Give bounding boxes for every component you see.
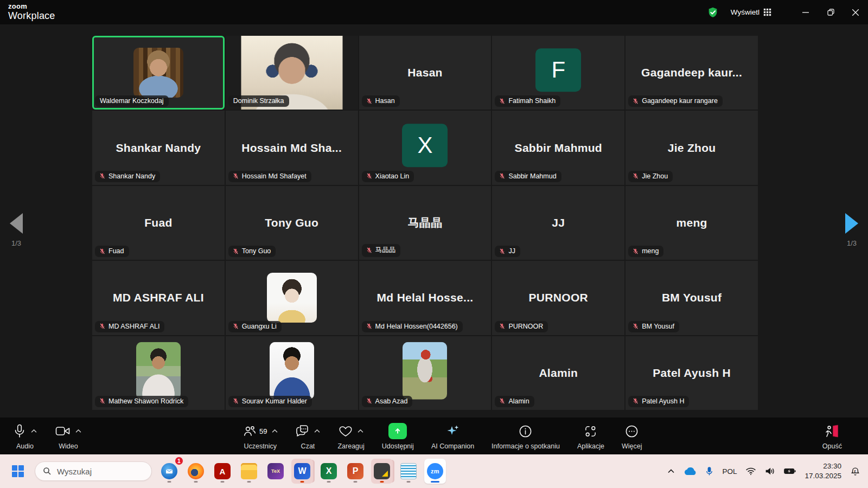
participant-grid: Waldemar KoczkodajDominik StrzałkaHasanH… [92,36,758,410]
taskbar-tex-icon[interactable]: TeX [265,459,286,484]
system-tray: POL 23:30 17.03.2025 z [667,454,868,488]
muted-mic-icon [99,397,106,404]
participant-name-label: Sabbir Mahmud [495,171,561,182]
participant-photo-avatar [403,342,447,400]
participant-tile[interactable]: Jie ZhouJie Zhou [626,111,758,184]
notification-bell-icon[interactable]: z [850,466,860,477]
tray-date: 17.03.2025 [805,471,841,481]
participant-name-label: Patel Ayush H [628,396,689,407]
participant-tile[interactable]: Sourav Kumar Halder [226,336,358,410]
start-button[interactable] [10,463,26,479]
participant-tile[interactable]: AlaminAlamin [492,336,624,410]
taskbar-acrobat-icon[interactable]: A [212,459,233,484]
chevron-up-icon[interactable] [314,429,320,433]
participant-tile[interactable]: Patel Ayush HPatel Ayush H [626,336,758,410]
participant-tile[interactable]: MD ASHRAF ALIMD ASHRAF ALI [92,261,225,335]
close-button[interactable] [843,0,868,24]
participant-photo-avatar [133,48,183,98]
muted-mic-icon [232,248,239,255]
toolbar-label: Audio [16,442,34,450]
toolbar-video-button[interactable]: Wideo [55,423,81,450]
participant-tile[interactable]: Mathew Shawon Rodrick [92,336,225,410]
participant-tile[interactable]: FuadFuad [92,186,225,260]
security-shield-icon[interactable] [707,7,719,18]
battery-icon[interactable] [784,467,796,475]
page-indicator-left: 1/3 [11,239,21,247]
muted-mic-icon [499,248,506,255]
participant-tile[interactable]: Asab Azad [359,336,492,410]
participant-tile[interactable]: Waldemar Koczkodaj [92,36,225,110]
muted-mic-icon [99,248,106,255]
react-icon [339,425,353,438]
previous-page-arrow-icon[interactable] [10,213,23,234]
muted-mic-icon [632,397,639,404]
chevron-up-icon[interactable] [358,429,363,433]
toolbar-share-button[interactable]: Udostępnij [382,423,414,450]
toolbar-chat-button[interactable]: Czat [295,423,320,450]
tray-microphone-icon[interactable] [705,466,713,477]
toolbar-leave-button[interactable]: Opuść [822,423,842,450]
participant-tile[interactable]: Shankar NandyShankar Nandy [92,111,225,184]
onedrive-icon[interactable] [684,467,697,476]
participant-name-label: Tony Guo [228,246,276,257]
taskbar-notes-dark-icon[interactable] [371,459,393,484]
toolbar-audio-button[interactable]: Audio [13,423,37,450]
taskbar-excel-icon[interactable]: X [318,459,340,484]
participant-tile[interactable]: HasanHasan [359,36,492,110]
taskbar-thunderbird-icon[interactable]: 1 [158,459,180,484]
muted-mic-icon [232,323,239,330]
chevron-up-icon[interactable] [272,429,278,433]
participant-tile[interactable]: 马晶晶马晶晶 [359,186,492,260]
participant-name-label: Fatimah Shaikh [495,95,560,107]
participant-tile[interactable]: XXiaotao Lin [359,111,492,184]
toolbar-react-button[interactable]: Zareaguj [337,423,364,450]
taskbar-explorer-icon[interactable] [238,459,260,484]
participant-tile[interactable]: Guangxu Li [226,261,358,335]
participant-tile[interactable]: Md Helal Hosse...Md Helal Hossen(0442656… [359,261,492,335]
participant-initial-avatar: X [402,124,448,167]
participant-tile[interactable]: Hossain Md Sha...Hossain Md Shafayet [226,111,358,184]
toolbar-label: Informacje o spotkaniu [492,442,560,450]
participant-tile[interactable]: JJJJ [492,186,624,260]
participant-tile[interactable]: FFatimah Shaikh [492,36,624,110]
muted-mic-icon [366,98,373,105]
chevron-up-icon[interactable] [75,429,81,433]
language-indicator[interactable]: POL [722,467,737,476]
search-input[interactable] [57,467,138,476]
chevron-up-icon[interactable] [31,429,37,433]
toolbar-apps-button[interactable]: Aplikacje [577,423,604,450]
participant-tile[interactable]: PURNOORPURNOOR [492,261,624,335]
next-page-arrow-icon[interactable] [845,213,858,234]
toolbar-more-button[interactable]: Więcej [622,423,642,450]
more-icon [625,425,639,438]
minimize-button[interactable] [793,0,818,24]
wifi-icon[interactable] [745,467,756,476]
svg-text:z: z [854,468,856,472]
muted-mic-icon [366,172,373,179]
taskbar-zoom-icon[interactable]: zm [424,459,446,484]
participant-tile[interactable]: mengmeng [626,186,758,260]
participant-tile[interactable]: BM YousufBM Yousuf [626,261,758,335]
taskbar-firefox-icon[interactable] [185,459,207,484]
hidden-icons-chevron-icon[interactable] [667,468,675,474]
toolbar-label: Więcej [622,442,642,450]
participant-photo-avatar [270,342,314,400]
toolbar-label: AI Companion [431,442,474,450]
participant-tile[interactable]: Tony GuoTony Guo [226,186,358,260]
toolbar-participants-button[interactable]: 59Uczestnicy [242,423,278,450]
view-button[interactable]: Wyświetl [731,8,771,16]
taskbar-search[interactable] [35,461,152,481]
participant-tile[interactable]: Sabbir MahmudSabbir Mahmud [492,111,624,184]
toolbar-group-right: Opuść [822,423,842,450]
toolbar-meeting-info-button[interactable]: Informacje o spotkaniu [492,423,560,450]
participant-name-label: Gagandeep kaur rangare [628,95,723,107]
participant-tile[interactable]: Dominik Strzałka [226,36,358,110]
taskbar-word-icon[interactable]: W [291,459,313,484]
volume-icon[interactable] [765,467,775,476]
toolbar-ai-companion-button[interactable]: AI Companion [431,423,474,450]
restore-button[interactable] [818,0,843,24]
taskbar-powerpoint-icon[interactable]: P [344,459,366,484]
participant-tile[interactable]: Gagandeep kaur...Gagandeep kaur rangare [626,36,758,110]
taskbar-notepad-icon[interactable] [398,459,419,484]
clock[interactable]: 23:30 17.03.2025 [805,461,841,480]
